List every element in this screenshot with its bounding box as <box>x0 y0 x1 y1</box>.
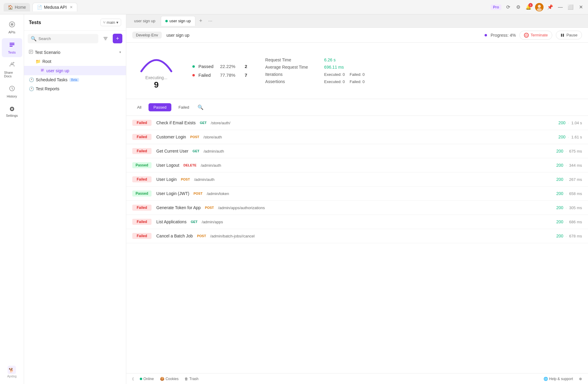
sidebar-item-history[interactable]: History <box>2 82 22 101</box>
svg-rect-6 <box>10 46 13 47</box>
tab2-label: user sign up <box>170 19 191 23</box>
content-toolbar: Develop Env user sign up Progress: 4% Te… <box>126 28 588 43</box>
title-bar-right: Pro ⟳ ⚙ 🔔 1 📌 — ⬜ ✕ <box>491 3 584 11</box>
scenario-label: Test Scenario <box>35 50 60 55</box>
main-content: user sign up user sign up + ··· Develop … <box>126 14 588 384</box>
failed-percent: 77.78% <box>220 73 241 78</box>
test-row[interactable]: Failed Customer Login POST /store/auth 2… <box>126 130 588 144</box>
failed-dot <box>192 74 195 76</box>
collapse-button[interactable]: ⟨ <box>132 377 134 381</box>
pin-icon[interactable]: 📌 <box>547 4 554 11</box>
test-row[interactable]: Failed Get Current User GET /admin/auth … <box>126 144 588 158</box>
test-row[interactable]: Passed User Login (JWT) POST /admin/toke… <box>126 187 588 201</box>
status-code: 200 <box>556 191 563 196</box>
tree-item-reports[interactable]: 🕐 Test Reports <box>24 84 126 93</box>
cookies-button[interactable]: 🍪 Cookies <box>160 377 179 381</box>
pro-badge: Pro <box>491 5 501 10</box>
passed-percent: 22.22% <box>220 64 241 69</box>
filter-search-icon[interactable]: 🔍 <box>198 104 204 110</box>
search-input[interactable] <box>38 36 95 41</box>
folder-icon: 📁 <box>35 59 41 64</box>
test-meta: 200 · 678 ms <box>556 234 582 238</box>
test-time: 675 ms <box>569 149 582 153</box>
expand-button[interactable]: ⊕ <box>579 377 582 381</box>
test-name: Cancel a Batch Job POST /admin/batch-job… <box>156 234 551 238</box>
test-row[interactable]: Failed Cancel a Batch Job POST /admin/ba… <box>126 229 588 243</box>
test-meta: 200 · 344 ms <box>556 163 582 168</box>
test-path: /store/auth/ <box>211 121 230 125</box>
tab-close-button[interactable]: ✕ <box>70 5 73 9</box>
maximize-icon[interactable]: ⬜ <box>567 4 574 11</box>
tree-item-scheduled[interactable]: 🕐 Scheduled Tasks Beta <box>24 75 126 84</box>
status-code: 200 <box>556 219 563 224</box>
filter-tab-all[interactable]: All <box>132 103 146 111</box>
test-row[interactable]: Passed User Logout DELETE /admin/auth 20… <box>126 158 588 172</box>
stats-area: Executing... 9 Passed 22.22% 2 Failed 77… <box>126 43 588 99</box>
failed-label: Failed <box>198 73 216 78</box>
close-window-icon[interactable]: ✕ <box>577 4 584 11</box>
tab-medusa[interactable]: 📄 Medusa API ✕ <box>32 3 77 11</box>
progress-text: Progress: 4% <box>491 33 516 38</box>
apidog-logo[interactable]: 🐕 Apidog <box>7 366 17 378</box>
refresh-icon[interactable]: ⟳ <box>504 4 512 11</box>
filter-tab-failed[interactable]: Failed <box>174 103 194 111</box>
branch-selector[interactable]: ⑂ main ▾ <box>100 19 121 26</box>
add-tab-button[interactable]: + <box>197 17 205 25</box>
test-path: /admin/apps <box>202 220 223 224</box>
share-docs-icon <box>9 61 15 70</box>
sidebar-item-settings[interactable]: ⚙ Settings <box>2 102 22 120</box>
apidog-label: Apidog <box>7 375 17 378</box>
progress-dot <box>485 34 487 36</box>
content-tab-1[interactable]: user sign up <box>130 16 160 26</box>
add-button[interactable]: + <box>113 34 122 43</box>
test-row[interactable]: Failed Check if Email Exists GET /store/… <box>126 116 588 130</box>
filter-button[interactable] <box>101 34 110 43</box>
more-tabs-button[interactable]: ··· <box>206 17 215 25</box>
root-label: Root <box>42 59 51 64</box>
env-selector[interactable]: Develop Env <box>132 32 162 39</box>
test-name: Get Current User GET /admin/auth <box>156 149 551 153</box>
test-path: /admin/batch-jobs//cancel <box>210 234 254 238</box>
collapse-icon: ⟨ <box>132 377 134 381</box>
method-badge: POST <box>203 206 216 210</box>
tree-item-user-sign-up[interactable]: user sign up <box>24 66 126 75</box>
pass-fail-section: Passed 22.22% 2 Failed 77.78% 7 <box>192 64 247 78</box>
pause-button[interactable]: Pause <box>556 31 582 39</box>
content-tab-2[interactable]: user sign up <box>161 16 195 26</box>
assertions-failed: Failed: 0 <box>350 79 365 84</box>
test-time: 678 ms <box>569 234 582 238</box>
tab-home-label: Home <box>15 5 26 10</box>
arc-container <box>138 52 174 73</box>
svg-point-13 <box>525 34 527 36</box>
method-badge: POST <box>179 177 192 181</box>
test-row[interactable]: Failed User Login POST /admin/auth 200 ·… <box>126 172 588 187</box>
online-status[interactable]: Online <box>140 377 154 381</box>
terminate-button[interactable]: Terminate <box>519 31 552 40</box>
beta-badge: Beta <box>69 78 79 82</box>
test-meta: 200 · 658 ms <box>556 191 582 196</box>
method-badge: POST <box>188 135 201 139</box>
test-meta: 200 · 1.04 s <box>559 120 582 125</box>
trash-button[interactable]: 🗑 Trash <box>185 377 198 381</box>
tab-home[interactable]: 🏠 Home <box>4 3 30 11</box>
tree-item-scenario[interactable]: Test Scenario ▾ <box>24 48 126 57</box>
help-button[interactable]: 🌐 Help & support <box>544 377 573 381</box>
status-badge: Passed <box>132 190 152 197</box>
sidebar-item-tests[interactable]: Tests <box>2 38 22 57</box>
test-row[interactable]: Failed Generate Token for App POST /admi… <box>126 201 588 215</box>
minimize-icon[interactable]: — <box>557 4 564 11</box>
test-path: /admin/auth <box>201 163 221 168</box>
search-box[interactable]: 🔍 <box>28 34 98 43</box>
sidebar-item-apis[interactable]: APIs <box>2 18 22 37</box>
home-icon: 🏠 <box>8 5 13 10</box>
settings-icon[interactable]: ⚙ <box>515 4 522 11</box>
avatar[interactable] <box>535 3 544 11</box>
filter-tab-passed[interactable]: Passed <box>149 103 171 111</box>
test-row[interactable]: Failed List Applications GET /admin/apps… <box>126 215 588 229</box>
help-icon: 🌐 <box>544 377 548 381</box>
tree-item-root[interactable]: 📁 Root <box>24 57 126 66</box>
active-tab-dot <box>165 20 168 22</box>
tab-medusa-label: Medusa API <box>44 5 67 10</box>
sidebar-item-share-docs[interactable]: Share Docs <box>2 58 22 81</box>
notification-icon[interactable]: 🔔 1 <box>525 4 532 11</box>
